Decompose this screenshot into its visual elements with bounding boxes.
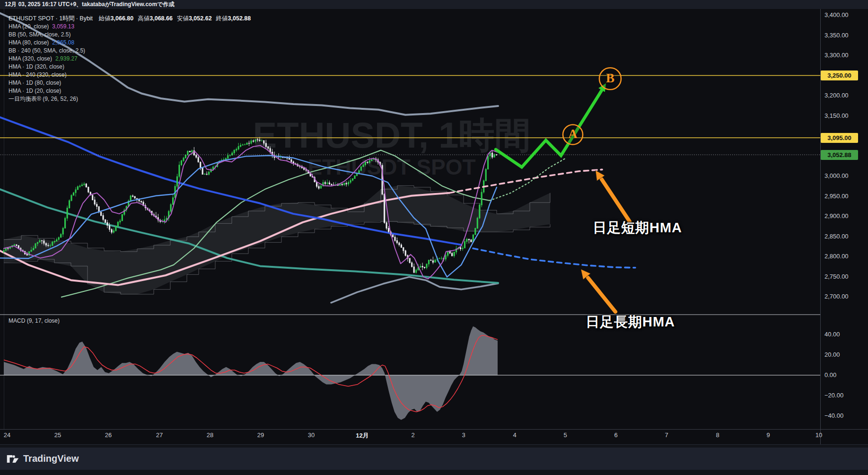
price-tick-label[interactable]: 2,700.00 [824,293,862,300]
macd-tick-label[interactable]: 40.00 [824,331,862,338]
creation-attribution-bar: 12月 03, 2025 16:17 UTC+9、takatabaがTradin… [0,0,868,9]
overlay-hma-1d-80-projection [473,248,635,268]
indicator-row-9[interactable]: 一目均衡表® (9, 26, 52, 26) [9,95,251,103]
time-tick-30[interactable]: 30 [308,431,315,439]
time-tick-6[interactable]: 6 [614,431,617,439]
time-tick-24[interactable]: 24 [4,431,10,439]
time-tick-8[interactable]: 8 [716,431,719,439]
callout-arrow-shaft-1 [588,278,615,312]
price-tick-label[interactable]: 2,900.00 [824,212,862,220]
price-tick-label[interactable]: 3,000.00 [824,172,862,179]
tradingview-chart-window: 12月 03, 2025 16:17 UTC+9、takatabaがTradin… [0,0,868,475]
indicator-value: 3,059.13 [52,23,74,30]
indicator-rows: HMA (20, close)3,059.13BB (50, SMA, clos… [9,23,251,103]
ohlc-key: 終値 [216,15,228,22]
time-tick-2[interactable]: 2 [411,431,414,439]
macd-legend[interactable]: MACD (9, 17, close) [9,317,60,324]
macd-tick-label[interactable]: 20.00 [824,351,862,358]
ohlc-key: 始値 [99,15,111,22]
macd-tick-label[interactable]: 0.00 [824,371,862,378]
ohlc-values: 始値3,066.80高値3,068.66安値3,052.62終値3,052.88 [95,15,251,22]
indicator-row-6[interactable]: HMA · 240 (320, close) [9,71,251,79]
ohlc-value: 3,052.88 [228,15,251,22]
tradingview-logo-icon [7,454,19,464]
time-tick-7[interactable]: 7 [665,431,668,439]
time-tick-26[interactable]: 26 [105,431,112,439]
forecast-point-b-label[interactable]: B [606,71,614,86]
callout-arrow-shaft-0 [602,179,630,221]
overlay-hma-1d-20-projection [449,169,602,193]
price-tick-label[interactable]: 3,350.00 [824,32,862,39]
time-tick-5[interactable]: 5 [563,431,567,439]
indicator-row-8[interactable]: HMA · 1D (20, close) [9,87,251,95]
level-price-label[interactable]: 3,095.00 [821,133,858,143]
ohlc-value: 3,066.80 [111,15,134,22]
indicator-label: HMA · 1D (20, close) [9,88,61,94]
tradingview-brand[interactable]: TradingView [7,453,79,464]
indicator-label: HMA (320, close) [9,55,52,62]
exchange-label: Bybit [79,15,93,22]
indicator-row-7[interactable]: HMA · 1D (80, close) [9,79,251,87]
tradingview-logo-text: TradingView [23,453,79,464]
time-tick-29[interactable]: 29 [257,431,264,439]
price-tick-label[interactable]: 3,200.00 [824,92,862,99]
macd-tick-label[interactable]: −40.00 [824,412,862,419]
annotation-daily-short-hma[interactable]: 日足短期HMA [593,219,682,238]
ohlc-key: 安値 [177,15,189,22]
symbol-name: ETHUSDT SPOT [9,15,54,22]
time-tick-9[interactable]: 9 [766,431,770,439]
indicator-label: HMA · 1D (320, close) [9,63,64,70]
ichimoku-cloud [4,185,550,294]
forecast-zigzag-line [496,90,602,167]
indicator-label: HMA · 240 (320, close) [9,71,67,78]
time-tick-28[interactable]: 28 [207,431,213,439]
indicator-value: 2,965.08 [52,39,74,46]
macd-tick-label[interactable]: −20.00 [824,392,862,399]
macd-histogram-area [4,326,498,420]
indicator-row-1[interactable]: BB (50, SMA, close, 2.5) [9,31,251,39]
indicator-value: 2,939.27 [55,55,78,62]
indicator-row-4[interactable]: HMA (320, close)2,939.27 [9,55,251,63]
indicator-row-3[interactable]: BB · 240 (50, SMA, close, 2.5) [9,47,251,55]
indicator-row-2[interactable]: HMA (80, close)2,965.08 [9,39,251,47]
ohlc-value: 3,052.62 [189,15,212,22]
time-tick-27[interactable]: 27 [156,431,163,439]
price-tick-label[interactable]: 3,400.00 [824,11,862,18]
attribution-text: 12月 03, 2025 16:17 UTC+9、takatabaがTradin… [5,1,174,8]
ohlc-key: 高値 [138,15,149,22]
macd-label: MACD (9, 17, close) [9,317,60,324]
ohlc-value: 3,068.66 [149,15,173,22]
price-tick-label[interactable]: 2,800.00 [824,253,862,260]
price-tick-label[interactable]: 2,850.00 [824,233,862,240]
time-tick-4[interactable]: 4 [513,431,516,439]
indicator-row-5[interactable]: HMA · 1D (320, close) [9,63,251,71]
indicator-label: BB (50, SMA, close, 2.5) [9,31,70,38]
indicator-legend[interactable]: ETHUSDT SPOT · 1時間 · Bybit 始値3,066.80高値3… [9,14,251,103]
symbol-title-row[interactable]: ETHUSDT SPOT · 1時間 · Bybit 始値3,066.80高値3… [9,14,251,23]
forecast-point-a-label[interactable]: A [568,127,578,141]
indicator-label: BB · 240 (50, SMA, close, 2.5) [9,47,85,54]
annotation-daily-long-hma[interactable]: 日足長期HMA [586,313,675,332]
last-price-label[interactable]: 3,052.88 [821,150,858,160]
price-tick-label[interactable]: 3,300.00 [824,52,862,59]
indicator-row-0[interactable]: HMA (20, close)3,059.13 [9,23,251,31]
indicator-label: 一目均衡表® (9, 26, 52, 26) [9,96,78,102]
price-tick-label[interactable]: 2,950.00 [824,193,862,200]
price-tick-label[interactable]: 2,750.00 [824,273,862,280]
level-price-label[interactable]: 3,250.00 [821,70,858,80]
indicator-label: HMA (20, close) [9,23,49,30]
bottom-toolbar[interactable] [0,448,868,470]
indicator-label: HMA (80, close) [9,39,49,46]
time-tick-10[interactable]: 10 [815,431,822,439]
time-tick-12月[interactable]: 12月 [356,431,368,440]
time-tick-25[interactable]: 25 [54,431,61,439]
interval-label: 1時間 [59,15,74,22]
indicator-label: HMA · 1D (80, close) [9,79,61,86]
price-tick-label[interactable]: 3,150.00 [824,112,862,119]
time-tick-3[interactable]: 3 [462,431,465,439]
